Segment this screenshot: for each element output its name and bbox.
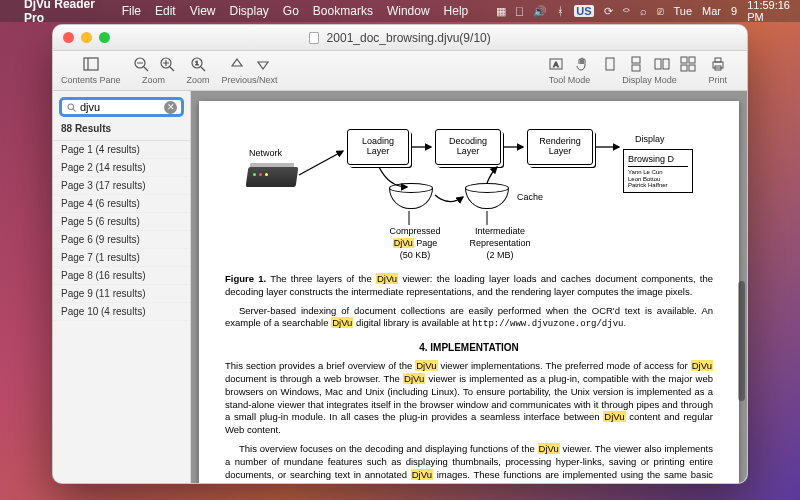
search-result-row[interactable]: Page 9 (11 results) (53, 285, 190, 303)
fig-label-intermediate: Intermediate Representation (2 MB) (455, 225, 545, 261)
search-input[interactable] (77, 101, 164, 113)
svg-rect-21 (681, 65, 687, 71)
menu-help[interactable]: Help (444, 4, 469, 18)
page: Network Loading Layer Decoding Layer Ren… (199, 101, 739, 483)
zoom-fit-icon[interactable]: 1 (190, 56, 206, 72)
hand-tool-icon[interactable] (574, 56, 590, 72)
search-sidebar: ✕ 88 Results Page 1 (4 results) Page 2 (… (53, 91, 191, 483)
menubar-status: ▦ ⎕ 🔊 ᚼ US ⟳ ⌔ ⌕ ⎚ Tue Mar 9 11:59:16 PM (496, 0, 790, 23)
clock-mon: Mar (702, 5, 721, 17)
svg-rect-15 (632, 57, 640, 63)
menu-view[interactable]: View (190, 4, 216, 18)
app-window: 2001_doc_browsing.djvu(9/10) Contents Pa… (52, 24, 748, 484)
document-viewport[interactable]: Network Loading Layer Decoding Layer Ren… (191, 91, 747, 483)
svg-point-26 (68, 104, 74, 110)
search-result-row[interactable]: Page 8 (16 results) (53, 267, 190, 285)
two-page-icon[interactable] (654, 56, 670, 72)
app-menu[interactable]: DjVu Reader Pro (24, 0, 108, 25)
svg-text:A: A (554, 60, 560, 69)
updates-icon[interactable]: ⟳ (604, 5, 613, 18)
search-result-row[interactable]: Page 10 (4 results) (53, 303, 190, 321)
svg-text:1: 1 (195, 60, 199, 66)
section-heading: 4. IMPLEMENTATION (225, 341, 713, 355)
svg-line-28 (299, 151, 343, 175)
svg-line-10 (201, 67, 205, 71)
print-icon[interactable] (710, 56, 726, 72)
single-page-icon[interactable] (602, 56, 618, 72)
volume-icon[interactable]: 🔊 (533, 5, 547, 18)
control-center-icon[interactable]: ⎚ (657, 5, 664, 17)
toolbar: Contents Pane Zoom 1 Zoom Previous/Next … (53, 51, 747, 91)
svg-line-3 (144, 67, 148, 71)
menubar-menus: File Edit View Display Go Bookmarks Wind… (122, 4, 469, 18)
window-title: 2001_doc_browsing.djvu(9/10) (53, 31, 747, 45)
clock-day[interactable]: Tue (674, 5, 693, 17)
tool-contents-pane[interactable]: Contents Pane (61, 54, 121, 85)
scrollbar-thumb[interactable] (738, 281, 745, 401)
wifi-icon[interactable]: ⌔ (623, 5, 630, 17)
tool-prev-next[interactable]: Previous/Next (222, 54, 278, 85)
menu-edit[interactable]: Edit (155, 4, 176, 18)
search-result-row[interactable]: Page 3 (17 results) (53, 177, 190, 195)
text-select-icon[interactable]: A (548, 56, 564, 72)
svg-rect-17 (655, 59, 661, 69)
clock-time: 11:59:16 PM (747, 0, 790, 23)
search-result-row[interactable]: Page 4 (6 results) (53, 195, 190, 213)
search-field[interactable]: ✕ (59, 97, 184, 117)
menu-window[interactable]: Window (387, 4, 430, 18)
fig-label-compressed: Compressed DjVu Page (50 KB) (375, 225, 455, 261)
svg-rect-22 (689, 65, 695, 71)
menu-bookmarks[interactable]: Bookmarks (313, 4, 373, 18)
tool-zoom-fit[interactable]: 1 Zoom (187, 54, 210, 85)
sidebar-icon (83, 56, 99, 72)
tool-print[interactable]: Print (708, 54, 727, 85)
paragraph: This section provides a brief overview o… (225, 360, 713, 437)
search-icon (66, 102, 77, 113)
scrollbar[interactable] (738, 101, 745, 473)
figure-caption: Figure 1. The three layers of the DjVu v… (225, 273, 713, 299)
document-proxy-icon[interactable] (309, 32, 319, 44)
menu-display[interactable]: Display (229, 4, 268, 18)
clear-search-button[interactable]: ✕ (164, 101, 177, 114)
svg-rect-20 (689, 57, 695, 63)
tool-display-mode[interactable]: Display Mode (602, 54, 696, 85)
menu-file[interactable]: File (122, 4, 141, 18)
clock-date: 9 (731, 5, 737, 17)
continuous-icon[interactable] (628, 56, 644, 72)
figure-1: Network Loading Layer Decoding Layer Ren… (239, 117, 699, 267)
paragraph: Server-based indexing of document collec… (225, 305, 713, 331)
menu-go[interactable]: Go (283, 4, 299, 18)
tool-mode[interactable]: A Tool Mode (548, 54, 590, 85)
svg-rect-24 (715, 58, 721, 62)
paragraph: This overview focuses on the decoding an… (225, 443, 713, 483)
macos-menubar: DjVu Reader Pro File Edit View Display G… (0, 0, 800, 22)
search-results-list[interactable]: Page 1 (4 results) Page 2 (14 results) P… (53, 141, 190, 483)
page-down-icon[interactable] (255, 56, 271, 72)
zoom-out-icon[interactable] (133, 56, 149, 72)
result-count: 88 Results (53, 123, 190, 141)
search-result-row[interactable]: Page 7 (1 results) (53, 249, 190, 267)
svg-rect-14 (606, 58, 614, 70)
svg-rect-18 (663, 59, 669, 69)
menuextra-icon[interactable]: ▦ (496, 5, 506, 18)
svg-rect-19 (681, 57, 687, 63)
svg-line-6 (170, 67, 174, 71)
page-up-icon[interactable] (229, 56, 245, 72)
input-lang[interactable]: US (574, 5, 593, 17)
search-result-row[interactable]: Page 5 (6 results) (53, 213, 190, 231)
battery-icon[interactable]: ⎕ (516, 5, 523, 17)
spotlight-icon[interactable]: ⌕ (640, 5, 647, 17)
svg-rect-0 (84, 58, 98, 70)
two-continuous-icon[interactable] (680, 56, 696, 72)
svg-rect-16 (632, 65, 640, 71)
tool-zoom-out-in[interactable]: Zoom (133, 54, 175, 85)
window-title-text: 2001_doc_browsing.djvu(9/10) (327, 31, 491, 45)
search-result-row[interactable]: Page 6 (9 results) (53, 231, 190, 249)
search-result-row[interactable]: Page 2 (14 results) (53, 159, 190, 177)
zoom-in-icon[interactable] (159, 56, 175, 72)
bluetooth-icon[interactable]: ᚼ (557, 5, 564, 17)
svg-line-27 (73, 108, 76, 111)
titlebar[interactable]: 2001_doc_browsing.djvu(9/10) (53, 25, 747, 51)
search-result-row[interactable]: Page 1 (4 results) (53, 141, 190, 159)
